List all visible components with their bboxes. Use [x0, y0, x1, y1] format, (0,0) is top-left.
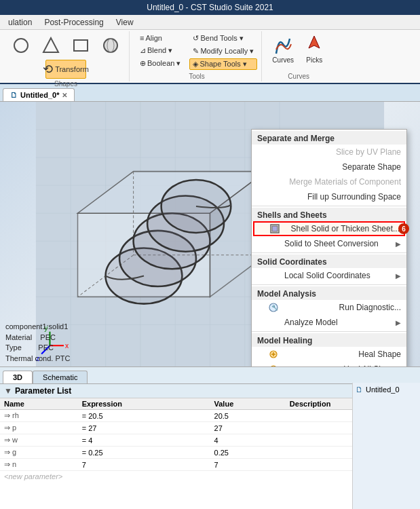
- blend-btn[interactable]: ⊿ Blend ▾: [136, 45, 184, 56]
- param-value: 0.25: [210, 447, 286, 459]
- param-panel: ▼ Parameter List ✕ Progress Name Express…: [0, 384, 420, 509]
- shapes-buttons: [7, 33, 125, 58]
- modify-icon: ✎: [193, 47, 199, 56]
- param-name: ⇒ n: [0, 459, 78, 471]
- svg-marker-5: [309, 36, 320, 48]
- menu-solid-sheet[interactable]: Solid to Sheet Conversion ▶: [252, 236, 406, 251]
- menu-run-diagnostic[interactable]: 🔧 Run Diagnostic...: [252, 300, 406, 315]
- separate-icon: [268, 162, 279, 172]
- blend-label: Blend ▾: [147, 46, 172, 55]
- solid-name: component1:solid1: [5, 322, 70, 332]
- boolean-btn[interactable]: ⊕ Boolean ▾: [136, 58, 184, 69]
- tab-close-btn[interactable]: ✕: [62, 92, 67, 99]
- param-expression: = 0.25: [78, 447, 210, 459]
- sphere-icon: [100, 35, 121, 56]
- rect-icon: [70, 35, 92, 56]
- boolean-icon: ⊕: [140, 59, 146, 68]
- type-info: Type PEC: [5, 343, 70, 353]
- curves-btn[interactable]: Curves: [269, 33, 297, 66]
- menu-view[interactable]: View: [111, 16, 139, 29]
- align-btn[interactable]: ≡ Align: [136, 33, 184, 43]
- menu-analyze-model[interactable]: Analyze Model ▶: [252, 315, 406, 330]
- ribbon-group-tools: ≡ Align ⊿ Blend ▾ ⊕ Boolean ▾ ↺ Bend Too…: [132, 31, 262, 81]
- triangle-icon: [40, 35, 62, 56]
- title-text: Untitled_0 - CST Studio Suite 2021: [147, 3, 273, 12]
- section-solid-coords: Solid Coordinates: [252, 254, 406, 268]
- tab-3d-label: 3D: [13, 373, 22, 381]
- tab-3d[interactable]: 3D: [3, 371, 33, 383]
- menu-local-solid-coords[interactable]: Local Solid Coordinates ▶: [252, 268, 406, 283]
- align-label: Align: [145, 34, 161, 42]
- svg-point-0: [14, 39, 28, 52]
- param-value: 27: [210, 422, 286, 434]
- bend-label: Bend Tools ▾: [200, 34, 243, 43]
- tab-schematic-label: Schematic: [43, 373, 77, 381]
- modify-locally-btn[interactable]: ✎ Modify Locally ▾: [189, 45, 257, 57]
- shape-triangle-btn[interactable]: [37, 33, 65, 58]
- param-list-title: Parameter List: [15, 386, 71, 396]
- divider-1: [252, 206, 406, 206]
- divider-2: [252, 252, 406, 253]
- param-value: 7: [210, 459, 286, 471]
- svg-marker-1: [43, 38, 58, 52]
- badge-6: 6: [398, 223, 409, 234]
- menu-heal-all-shapes[interactable]: Heal All Shapes: [252, 362, 406, 366]
- shape-sphere-btn[interactable]: [96, 33, 125, 58]
- picks-btn[interactable]: Picks: [300, 33, 328, 66]
- shape-tools-btn[interactable]: ◈ Shape Tools ▾: [189, 58, 257, 70]
- arrow-solid-sheet: ▶: [396, 240, 401, 248]
- menu-merge-materials[interactable]: Merge Materials of Component: [252, 174, 406, 189]
- tab-schematic[interactable]: Schematic: [33, 371, 88, 383]
- transform-icon: ⟲: [43, 62, 53, 77]
- menu-simulation[interactable]: ulation: [3, 16, 37, 29]
- circle-icon: [10, 35, 32, 56]
- heal-icon: [268, 349, 279, 360]
- tab-icon: 🗋: [10, 91, 18, 99]
- param-value: 4: [210, 434, 286, 447]
- menu-fill-surrounding[interactable]: Fill up Surrounding Space: [252, 189, 406, 204]
- param-name: ⇒ w: [0, 434, 78, 447]
- svg-rect-40: [272, 226, 278, 231]
- shapetools-label: Shape Tools ▾: [199, 60, 246, 69]
- thermal-info: Thermal cond. PTC: [5, 354, 70, 364]
- filter-icon: ▼: [4, 386, 12, 396]
- progress-panel: 🗋 Untitled_0: [352, 398, 420, 509]
- tools-col-left: ≡ Align ⊿ Blend ▾ ⊕ Boolean ▾ ↺ Bend Too…: [136, 33, 257, 71]
- context-menu: Separate and Merge Slice by UV Plane Sep…: [251, 129, 407, 366]
- tab-label: Untitled_0*: [20, 91, 59, 99]
- bottom-tabs: 3D Schematic: [0, 366, 420, 384]
- picks-label: Picks: [306, 56, 322, 64]
- ribbon-transform-col: ⟲ Transform: [45, 60, 86, 79]
- svg-point-44: [270, 366, 277, 366]
- title-bar: Untitled_0 - CST Studio Suite 2021: [0, 0, 420, 15]
- solid-sheet-icon: [268, 238, 279, 249]
- menu-separate-shape[interactable]: Separate Shape: [252, 159, 406, 174]
- menu-heal-shape[interactable]: Heal Shape: [252, 347, 406, 362]
- bend-tools-btn[interactable]: ↺ Bend Tools ▾: [189, 33, 257, 44]
- ribbon-group-curves: Curves Picks Curves: [265, 31, 332, 81]
- tools-right-buttons: ↺ Bend Tools ▾ ✎ Modify Locally ▾ ◈ Shap…: [189, 33, 257, 70]
- tab-untitled[interactable]: 🗋 Untitled_0* ✕: [3, 88, 75, 101]
- shapetools-icon: ◈: [193, 60, 198, 69]
- shape-circle-btn[interactable]: [7, 33, 35, 58]
- transform-btn[interactable]: ⟲ Transform: [45, 60, 86, 79]
- param-value: 20.5: [210, 410, 286, 422]
- menu-slice-uv[interactable]: Slice by UV Plane: [252, 145, 406, 159]
- ribbon: ⟲ Transform Shapes ≡ Align ⊿ Blend ▾ ⊕ B…: [0, 30, 420, 84]
- shell-icon: [269, 223, 280, 234]
- shape-rect-btn[interactable]: [66, 33, 95, 58]
- shapes-group-label: Shapes: [54, 79, 77, 88]
- col-value: Value: [210, 398, 286, 410]
- param-name: ⇒ rh: [0, 410, 78, 422]
- section-model-healing: Model Healing: [252, 333, 406, 347]
- menu-shell-solid[interactable]: Shell Solid or Thicken Sheet... 6: [253, 221, 405, 236]
- viewport-3d[interactable]: x y z component1:solid1 Material PEC Typ…: [0, 102, 420, 366]
- menu-postprocessing[interactable]: Post-Processing: [39, 16, 109, 29]
- ribbon-group-shapes: ⟲ Transform Shapes: [3, 31, 130, 81]
- material-info: Material PEC: [5, 333, 70, 343]
- diagnostic-icon: 🔧: [268, 302, 279, 313]
- curves-buttons: Curves Picks: [269, 33, 328, 66]
- param-name: ⇒ p: [0, 422, 78, 434]
- section-model-analysis: Model Analysis: [252, 286, 406, 300]
- param-expression: = 20.5: [78, 410, 210, 422]
